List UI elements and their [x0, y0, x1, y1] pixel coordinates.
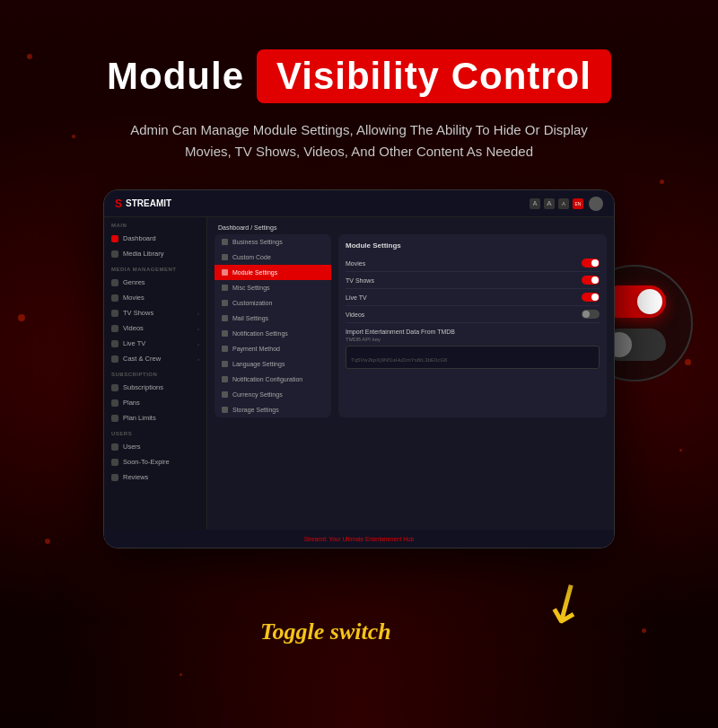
- sidebar-media-management-label: MEDIA MANAGEMENT: [104, 261, 206, 275]
- module-videos-label: Videos: [346, 311, 364, 318]
- settings-notification[interactable]: Notification Settings: [215, 326, 331, 341]
- settings-mail[interactable]: Mail Settings: [215, 311, 331, 326]
- content-wrapper: Module Visibility Control Admin Can Mana…: [0, 0, 718, 728]
- sidebar-cast-label: Cast & Crew: [123, 355, 161, 363]
- tvshows-icon: [111, 310, 118, 317]
- mock-footer: Streamit: Your Ultimate Entertainment Hu…: [104, 530, 614, 548]
- currency-settings-icon: [222, 391, 228, 398]
- videos-toggle[interactable]: [582, 310, 600, 319]
- sidebar-item-plan-limits[interactable]: Plan Limits: [104, 410, 206, 425]
- import-section: Import Entertainment Data From TMDB TMDB…: [346, 329, 600, 369]
- media-library-icon: [111, 250, 118, 258]
- breadcrumb: Dashboard / Settings: [207, 217, 614, 234]
- livetv-icon: [111, 340, 118, 347]
- tmdb-api-label: TMDB API key: [346, 337, 600, 342]
- videos-icon: [111, 325, 118, 332]
- movies-icon: [111, 294, 118, 302]
- module-row-movies: Movies: [346, 255, 600, 272]
- sidebar-item-soon-to-expire[interactable]: Soon-To-Expire: [104, 454, 206, 469]
- sidebar-item-subscriptions[interactable]: Subscriptions: [104, 380, 206, 395]
- sidebar-item-tvshows[interactable]: TV Shows ›: [104, 305, 206, 320]
- settings-storage-label: Storage Settings: [232, 407, 279, 413]
- language-settings-icon: [222, 361, 228, 367]
- settings-currency[interactable]: Currency Settings: [215, 387, 331, 402]
- sidebar-main-label: MAIN: [104, 217, 206, 231]
- flag-icon: EN: [573, 198, 583, 209]
- custom-code-icon: [222, 254, 228, 260]
- sidebar-item-videos[interactable]: Videos ›: [104, 320, 206, 336]
- module-panel: Module Settings Movies TV Shows Live TV: [338, 234, 607, 417]
- payment-method-icon: [222, 346, 228, 352]
- settings-customization-label: Customization: [232, 300, 272, 306]
- settings-currency-label: Currency Settings: [232, 391, 283, 398]
- plans-icon: [111, 399, 118, 407]
- settings-notif-config[interactable]: Notification Configuration: [215, 372, 331, 387]
- settings-misc[interactable]: Misc Settings: [215, 280, 331, 295]
- settings-payment-label: Payment Method: [232, 346, 280, 352]
- sidebar-users-label: Users: [123, 443, 141, 451]
- header-icons: A A A EN: [530, 198, 583, 209]
- settings-module[interactable]: Module Settings: [215, 265, 331, 280]
- sidebar-item-livetv[interactable]: Live TV ›: [104, 336, 206, 351]
- sidebar-item-dashboard[interactable]: Dashboard: [104, 231, 206, 246]
- cast-crew-icon: [111, 355, 118, 363]
- settings-menu: Business Settings Custom Code Module Set…: [215, 234, 331, 417]
- settings-business-label: Business Settings: [232, 239, 283, 245]
- breadcrumb-dashboard: Dashboard: [218, 224, 249, 231]
- settings-payment[interactable]: Payment Method: [215, 341, 331, 356]
- movies-toggle[interactable]: [582, 259, 600, 268]
- sidebar-subscriptions-label: Subscriptions: [123, 383, 163, 391]
- sidebar-item-media-library[interactable]: Media Library: [104, 246, 206, 261]
- module-settings-icon: [222, 269, 228, 276]
- sidebar-reviews-label: Reviews: [123, 473, 148, 481]
- sidebar-users-label: USERS: [104, 425, 206, 439]
- module-label: Module: [107, 55, 244, 98]
- font-medium-icon[interactable]: A: [544, 198, 555, 209]
- visibility-badge: Visibility Control: [257, 49, 611, 103]
- settings-language[interactable]: Language Settings: [215, 356, 331, 372]
- sidebar-item-genres[interactable]: Genres: [104, 275, 206, 290]
- subtitle-line2: Movies, TV Shows, Videos, And Other Cont…: [107, 141, 611, 162]
- sidebar-item-users[interactable]: Users: [104, 439, 206, 454]
- sidebar-media-label: Media Library: [123, 250, 163, 258]
- module-movies-label: Movies: [346, 260, 365, 267]
- videos-arrow-icon: ›: [197, 326, 199, 331]
- livetv-toggle[interactable]: [582, 293, 600, 302]
- font-size-icon[interactable]: A: [530, 198, 540, 209]
- sidebar-item-cast-crew[interactable]: Cast & Crew ›: [104, 351, 206, 366]
- font-small-icon[interactable]: A: [558, 198, 569, 209]
- settings-storage[interactable]: Storage Settings: [215, 402, 331, 417]
- sidebar-item-plans[interactable]: Plans: [104, 395, 206, 410]
- tmdb-input-field[interactable]: Tq5Vw2kpXj9Nf1aHuDmYs8rL3bE0cG6: [346, 346, 600, 369]
- sidebar-item-reviews[interactable]: Reviews: [104, 469, 206, 485]
- tvshows-arrow-icon: ›: [197, 311, 199, 316]
- dashboard-icon: [111, 235, 118, 242]
- footer-text: Streamit: Your Ultimate Entertainment Hu…: [304, 536, 414, 542]
- notif-config-icon: [222, 376, 228, 382]
- misc-settings-icon: [222, 285, 228, 291]
- mock-sidebar: MAIN Dashboard Media Library MEDIA MANAG…: [104, 217, 207, 548]
- subscriptions-icon: [111, 384, 118, 391]
- tvshows-toggle[interactable]: [582, 276, 600, 285]
- settings-custom-label: Custom Code: [232, 254, 271, 260]
- sidebar-plan-limits-label: Plan Limits: [123, 414, 156, 422]
- plan-limits-icon: [111, 415, 118, 422]
- mock-main: Dashboard / Settings Business Settings: [207, 217, 614, 548]
- subtitle-line1: Admin Can Manage Module Settings, Allowi…: [107, 119, 611, 141]
- settings-customization[interactable]: Customization: [215, 295, 331, 311]
- sidebar-livetv-label: Live TV: [123, 339, 145, 347]
- users-icon: [111, 443, 118, 451]
- mock-avatar[interactable]: [589, 197, 603, 211]
- title-line: Module Visibility Control: [107, 49, 611, 103]
- sidebar-plans-label: Plans: [123, 399, 140, 407]
- settings-misc-label: Misc Settings: [232, 285, 270, 291]
- module-livetv-label: Live TV: [346, 294, 367, 301]
- business-settings-icon: [222, 239, 228, 245]
- settings-business[interactable]: Business Settings: [215, 234, 331, 250]
- sidebar-item-movies[interactable]: Movies: [104, 290, 206, 305]
- import-tmdb-label: Import Entertainment Data From TMDB: [346, 329, 600, 335]
- sidebar-soon-label: Soon-To-Expire: [123, 458, 170, 466]
- mock-header-right: A A A EN: [530, 197, 603, 211]
- settings-custom-code[interactable]: Custom Code: [215, 250, 331, 265]
- dashboard-mockup: S STREAMIT A A A EN MAIN Dashboard: [103, 189, 615, 548]
